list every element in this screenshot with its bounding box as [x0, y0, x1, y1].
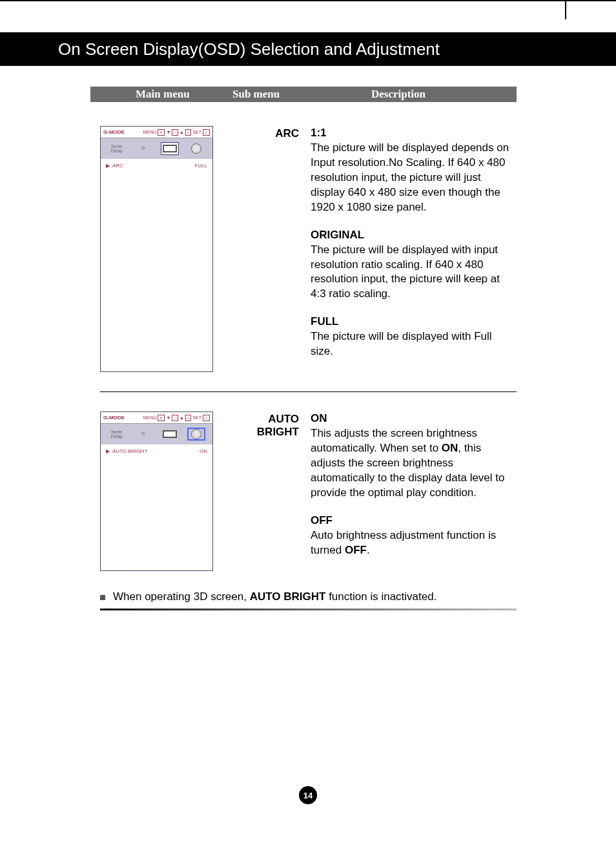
osd-screenshot-auto-bright: G-MODE MENU ✕ ▼ − ▲ + SET ✓ NoneDelay ⟳ [100, 411, 213, 570]
page-title: On Screen Display(OSD) Selection and Adj… [58, 39, 440, 59]
submenu-auto-bright: AUTO BRIGHT [225, 411, 299, 570]
fps-icon: ⟳ [134, 142, 152, 155]
osd-status-row: ▶ ARC FULL [101, 159, 212, 172]
content: G-MODE MENU ✕ ▼ − ▲ + SET ✓ NoneDelay ⟳ [100, 126, 517, 610]
note-text: When operating 3D screen, AUTO BRIGHT fu… [113, 590, 436, 603]
page-number: 14 [299, 786, 317, 804]
desc-title: ON [311, 411, 517, 426]
desc-on: ON This adjusts the screen brightness au… [311, 411, 517, 501]
osd-top: G-MODE MENU ✕ ▼ − ▲ + SET ✓ [101, 127, 212, 138]
header-main: Main menu [136, 88, 190, 101]
desc-body: The picture will be displayed depends on… [311, 141, 517, 215]
desc-title: 1:1 [311, 126, 517, 141]
up-triangle-icon: ▲ [180, 130, 184, 134]
osd-status-value: FULL [194, 163, 207, 169]
desc-body: Auto brightness adjustment function is t… [311, 528, 517, 558]
osd-status-label: AUTO BRIGHT [112, 448, 200, 454]
osd-status-value: ON [200, 448, 207, 454]
title-bar: On Screen Display(OSD) Selection and Adj… [0, 32, 616, 66]
osd-menu-label: MENU [143, 415, 157, 420]
gradient-rule [100, 609, 517, 610]
table-header: Main menu Sub menu Description [90, 87, 517, 102]
desc-original: ORIGINAL The picture will be displayed w… [311, 228, 517, 302]
osd-status-label: ARC [112, 163, 194, 169]
osd-exit-icon: ✕ [158, 129, 165, 136]
none-delay-icon: NoneDelay [108, 142, 126, 155]
osd-menu-label: MENU [143, 130, 157, 134]
osd-icons-row: NoneDelay ⟳ [101, 424, 212, 444]
desc-body: This adjusts the screen brightness autom… [311, 426, 517, 501]
osd-nav: MENU ✕ ▼ − ▲ + SET ✓ [143, 129, 210, 136]
top-rule [0, 0, 616, 1]
osd-nav: MENU ✕ ▼ − ▲ + SET ✓ [143, 415, 210, 421]
osd-top: G-MODE MENU ✕ ▼ − ▲ + SET ✓ [101, 412, 212, 424]
plus-icon: + [185, 415, 192, 421]
desc-full: FULL The picture will be displayed with … [311, 315, 517, 359]
down-triangle-icon: ▼ [166, 415, 170, 420]
osd-set-label: SET [192, 130, 201, 134]
description-auto-bright: ON This adjusts the screen brightness au… [311, 411, 517, 570]
play-triangle-icon: ▶ [106, 163, 110, 169]
minus-icon: − [172, 415, 178, 421]
osd-status-row: ▶ AUTO BRIGHT ON [101, 444, 212, 457]
note-3d: When operating 3D screen, AUTO BRIGHT fu… [100, 590, 517, 603]
desc-title: ORIGINAL [311, 228, 517, 243]
section-arc: G-MODE MENU ✕ ▼ − ▲ + SET ✓ NoneDelay ⟳ [100, 126, 517, 372]
fps-icon: ⟳ [134, 428, 152, 441]
desc-off: OFF Auto brightness adjustment function … [311, 514, 517, 558]
osd-title: G-MODE [103, 415, 125, 421]
header-desc: Description [371, 88, 426, 101]
section-divider [100, 391, 517, 392]
submenu-arc: ARC [225, 126, 299, 372]
up-triangle-icon: ▲ [180, 415, 184, 420]
header-sub: Sub menu [232, 88, 280, 101]
osd-set-label: SET [192, 415, 201, 420]
check-icon: ✓ [203, 415, 210, 421]
desc-body: The picture will be displayed with input… [311, 243, 517, 302]
arc-icon [161, 142, 179, 155]
top-divider [565, 0, 566, 19]
none-delay-icon: NoneDelay [108, 428, 126, 441]
osd-screenshot-arc: G-MODE MENU ✕ ▼ − ▲ + SET ✓ NoneDelay ⟳ [100, 126, 213, 372]
osd-exit-icon: ✕ [158, 415, 165, 421]
osd-title: G-MODE [103, 129, 125, 135]
arc-icon [161, 428, 179, 441]
check-icon: ✓ [203, 129, 210, 136]
auto-bright-icon [187, 142, 205, 155]
auto-bright-icon [187, 428, 205, 441]
description-arc: 1:1 The picture will be displayed depend… [311, 126, 517, 372]
bullet-icon [100, 595, 105, 600]
down-triangle-icon: ▼ [166, 130, 170, 134]
desc-title: OFF [311, 514, 517, 528]
desc-1-1: 1:1 The picture will be displayed depend… [311, 126, 517, 215]
desc-body: The picture will be displayed with Full … [311, 329, 517, 359]
plus-icon: + [185, 129, 192, 136]
section-auto-bright: G-MODE MENU ✕ ▼ − ▲ + SET ✓ NoneDelay ⟳ [100, 411, 517, 570]
desc-title: FULL [311, 315, 517, 329]
play-triangle-icon: ▶ [106, 448, 110, 454]
osd-icons-row: NoneDelay ⟳ [101, 138, 212, 159]
minus-icon: − [172, 129, 178, 136]
